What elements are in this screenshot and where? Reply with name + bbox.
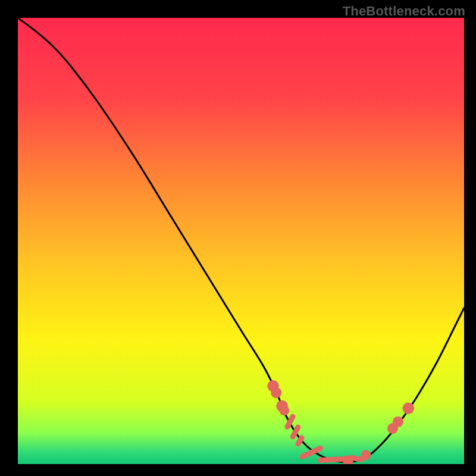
- watermark-text: TheBottleneck.com: [343, 4, 465, 19]
- bottleneck-chart: [18, 18, 464, 464]
- curve-marker-dot: [279, 406, 289, 416]
- curve-marker-dot: [403, 403, 415, 415]
- chart-frame: [18, 18, 464, 464]
- curve-marker-dash: [298, 438, 302, 444]
- curve-marker-dash: [352, 458, 362, 459]
- curve-marker-dot: [393, 416, 403, 427]
- curve-marker-dash: [320, 459, 345, 460]
- curve-marker-dot: [271, 387, 281, 398]
- curve-marker-dot: [361, 450, 371, 461]
